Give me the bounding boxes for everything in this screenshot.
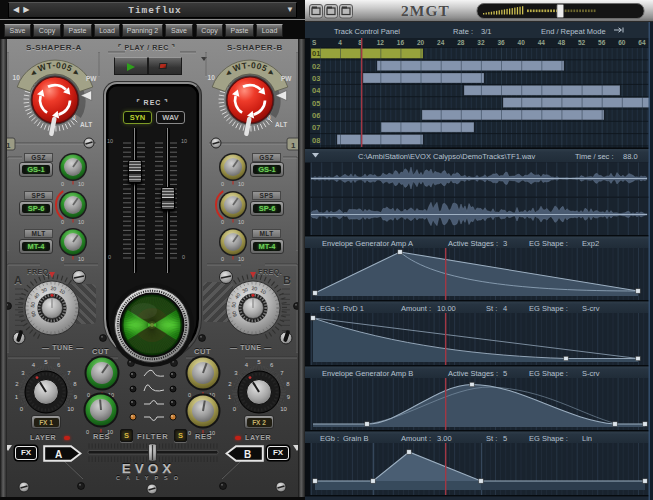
- svg-text:3: 3: [503, 239, 507, 248]
- svg-text:Track Control Panel: Track Control Panel: [334, 27, 400, 36]
- svg-text:3/1: 3/1: [481, 27, 491, 36]
- svg-text:4: 4: [503, 304, 507, 313]
- svg-text:4: 4: [338, 39, 342, 46]
- svg-text:EGb :: EGb :: [320, 434, 339, 443]
- svg-text:07: 07: [312, 123, 320, 132]
- svg-text:Active Stages :: Active Stages :: [448, 369, 498, 378]
- svg-text:EG Shape :: EG Shape :: [529, 239, 568, 248]
- svg-text:02: 02: [312, 62, 320, 71]
- svg-text:EG Shape :: EG Shape :: [529, 434, 568, 443]
- svg-text:48: 48: [558, 39, 566, 46]
- svg-text:A: A: [55, 449, 62, 460]
- svg-text:S: S: [312, 39, 317, 46]
- svg-text:32: 32: [477, 39, 485, 46]
- svg-text:3.00: 3.00: [437, 434, 452, 443]
- svg-text:16: 16: [397, 39, 405, 46]
- svg-text:EG Shape :: EG Shape :: [529, 369, 568, 378]
- svg-text:5: 5: [503, 369, 507, 378]
- svg-text:64: 64: [638, 39, 646, 46]
- svg-text:Amount :: Amount :: [401, 434, 431, 443]
- svg-text:5: 5: [503, 434, 507, 443]
- svg-text:04: 04: [312, 86, 321, 95]
- svg-text:56: 56: [598, 39, 606, 46]
- svg-text:EG Shape :: EG Shape :: [529, 304, 568, 313]
- svg-text:03: 03: [312, 74, 320, 83]
- svg-text:40: 40: [518, 39, 526, 46]
- svg-text:S-crv: S-crv: [582, 304, 600, 313]
- svg-text:06: 06: [312, 111, 320, 120]
- svg-text:01: 01: [312, 49, 320, 58]
- svg-text:10.00: 10.00: [437, 304, 456, 313]
- svg-text:Time / sec :: Time / sec :: [575, 152, 613, 161]
- svg-text:05: 05: [312, 99, 320, 108]
- svg-text:88.0: 88.0: [623, 152, 638, 161]
- svg-text:60: 60: [618, 39, 626, 46]
- svg-text:36: 36: [497, 39, 505, 46]
- svg-text:20: 20: [417, 39, 425, 46]
- svg-text:Lin: Lin: [582, 434, 592, 443]
- svg-text:2MGT: 2MGT: [401, 2, 450, 19]
- svg-text:Envelope Generator Amp A: Envelope Generator Amp A: [322, 239, 413, 248]
- svg-text:B: B: [244, 449, 251, 460]
- svg-text:Rate :: Rate :: [453, 27, 473, 36]
- svg-text:Envelope Generator Amp B: Envelope Generator Amp B: [322, 369, 413, 378]
- svg-text:St :: St :: [486, 434, 497, 443]
- svg-text:08: 08: [312, 136, 320, 145]
- svg-text:24: 24: [437, 39, 445, 46]
- svg-text:Exp2: Exp2: [582, 239, 599, 248]
- svg-text:S-crv: S-crv: [582, 369, 600, 378]
- svg-text:52: 52: [578, 39, 586, 46]
- svg-text:12: 12: [377, 39, 385, 46]
- svg-text:EGa :: EGa :: [320, 304, 339, 313]
- svg-text:Active Stages :: Active Stages :: [448, 239, 498, 248]
- svg-text:Amount :: Amount :: [401, 304, 431, 313]
- svg-text:St :: St :: [486, 304, 497, 313]
- svg-text:End / Repeat Mode: End / Repeat Mode: [541, 27, 606, 36]
- svg-text:44: 44: [538, 39, 546, 46]
- svg-text:C:\AmbiStation\EVOX Calypso\De: C:\AmbiStation\EVOX Calypso\DemoTracks\T…: [358, 152, 536, 161]
- svg-text:RvD 1: RvD 1: [343, 304, 364, 313]
- svg-text:28: 28: [457, 39, 465, 46]
- svg-text:Grain B: Grain B: [343, 434, 368, 443]
